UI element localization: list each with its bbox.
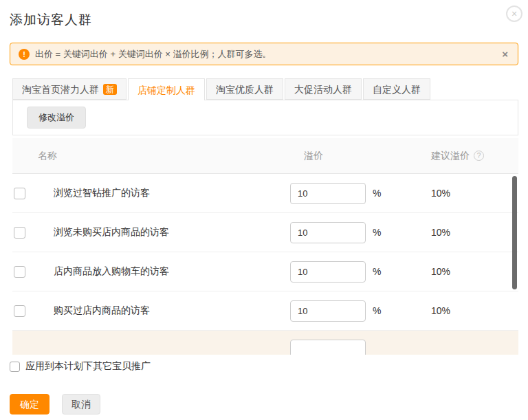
page-title: 添加访客人群	[10, 0, 518, 29]
apply-checkbox[interactable]	[10, 362, 20, 372]
column-header-premium-label: 溢价	[304, 150, 323, 162]
close-icon[interactable]: ×	[506, 5, 522, 22]
table-header: 名称 溢价 建议溢价 ?	[12, 138, 518, 174]
tab-label: 大促活动人群	[294, 79, 352, 100]
footer-buttons: 确定 取消	[10, 394, 518, 415]
audience-name: 浏览过智钻推广的访客	[54, 187, 290, 199]
row-checkbox[interactable]	[14, 188, 25, 199]
row-checkbox-cell	[12, 344, 54, 355]
apply-to-other-items-row: 应用到本计划下其它宝贝推广	[10, 360, 518, 373]
column-header-name: 名称	[12, 150, 290, 162]
tab-taobao-home-potential[interactable]: 淘宝首页潜力人群 新	[12, 78, 126, 100]
scrollbar-thumb[interactable]	[512, 176, 517, 289]
tab-label: 店铺定制人群	[138, 80, 195, 100]
suggested-premium-value: 10%	[421, 227, 518, 238]
add-visitor-audience-dialog: 添加访客人群 × ! 出价 = 关键词出价 + 关键词出价 × 溢价比例；人群可…	[0, 0, 528, 420]
table-rows-host: 浏览过智钻推广的访客 % 10% 浏览未购买店内商品的访客 % 10% 店内商品…	[12, 174, 518, 355]
premium-input[interactable]	[290, 261, 366, 283]
tab-big-promo[interactable]: 大促活动人群	[285, 78, 362, 100]
column-header-premium: 溢价	[290, 150, 421, 162]
premium-input[interactable]	[290, 183, 366, 204]
tab-label: 自定义人群	[373, 79, 421, 100]
premium-input[interactable]	[290, 340, 366, 355]
premium-input[interactable]	[290, 222, 366, 243]
suggested-premium-value: 10%	[421, 305, 518, 316]
percent-sign: %	[373, 266, 381, 277]
audience-table-body: 浏览过智钻推广的访客 % 10% 浏览未购买店内商品的访客 % 10% 店内商品…	[12, 174, 518, 355]
table-row: 购买过店内商品的访客 % 10%	[12, 291, 518, 331]
apply-checkbox-label: 应用到本计划下其它宝贝推广	[25, 360, 151, 373]
row-checkbox[interactable]	[14, 227, 25, 239]
row-checkbox[interactable]	[14, 266, 25, 278]
audience-name: 购买过店内商品的访客	[54, 305, 290, 317]
tab-bar: 淘宝首页潜力人群 新 店铺定制人群 淘宝优质人群 大促活动人群 自定义人群	[12, 78, 518, 100]
suggested-premium-value: 10%	[421, 188, 518, 199]
suggested-premium-value: 10%	[421, 266, 518, 277]
new-badge: 新	[103, 84, 117, 95]
confirm-button[interactable]: 确定	[10, 394, 50, 415]
cancel-button[interactable]: 取消	[62, 394, 100, 415]
row-checkbox[interactable]	[14, 305, 25, 317]
audience-name: 浏览未购买店内商品的访客	[54, 226, 290, 239]
audience-name: 店内商品放入购物车的访客	[54, 265, 290, 278]
help-icon[interactable]: ?	[474, 151, 484, 161]
tab-label: 淘宝优质人群	[216, 79, 274, 100]
premium-cell: %	[290, 261, 421, 283]
toolbar-panel: 修改溢价	[12, 100, 518, 135]
tab-shop-custom[interactable]: 店铺定制人群	[128, 78, 205, 100]
alert-banner: ! 出价 = 关键词出价 + 关键词出价 × 溢价比例；人群可多选。 ×	[10, 43, 518, 65]
percent-sign: %	[373, 227, 381, 238]
premium-cell: %	[290, 300, 421, 322]
row-checkbox-cell	[12, 305, 54, 317]
percent-sign: %	[373, 188, 381, 199]
warning-icon: !	[19, 49, 30, 60]
premium-cell: %	[290, 340, 421, 355]
table-row: 浏览过智钻推广的访客 % 10%	[12, 174, 518, 213]
table-row: 浏览未购买店内商品的访客 % 10%	[12, 213, 518, 252]
table-row: %	[12, 331, 518, 355]
premium-cell: %	[290, 222, 421, 243]
modify-premium-button[interactable]: 修改溢价	[27, 107, 86, 129]
premium-input[interactable]	[290, 300, 366, 322]
column-header-suggested-label: 建议溢价	[431, 150, 470, 162]
alert-close-icon[interactable]: ×	[500, 48, 509, 60]
table-row: 店内商品放入购物车的访客 % 10%	[12, 252, 518, 291]
row-checkbox-cell	[12, 227, 54, 239]
tab-custom[interactable]: 自定义人群	[363, 78, 430, 100]
row-checkbox-cell	[12, 188, 54, 199]
tab-label: 淘宝首页潜力人群	[22, 79, 99, 100]
alert-text: 出价 = 关键词出价 + 关键词出价 × 溢价比例；人群可多选。	[35, 48, 500, 60]
tab-taobao-quality[interactable]: 淘宝优质人群	[206, 78, 283, 100]
premium-cell: %	[290, 183, 421, 204]
percent-sign: %	[373, 305, 381, 316]
row-checkbox-cell	[12, 266, 54, 278]
column-header-suggested: 建议溢价 ?	[421, 150, 518, 162]
